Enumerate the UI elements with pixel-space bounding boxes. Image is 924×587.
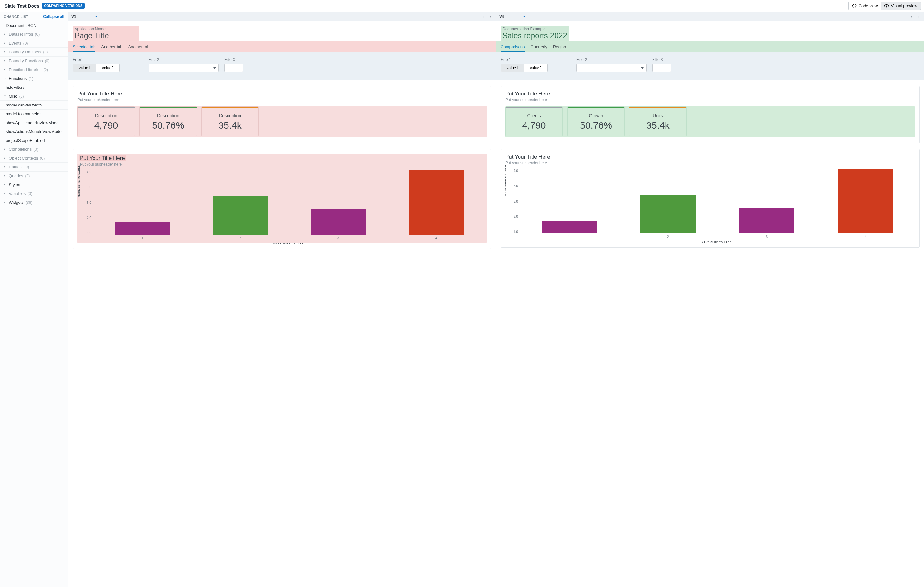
sidebar-item-queries[interactable]: Queries(0)	[0, 171, 68, 180]
caret-down-icon	[523, 16, 526, 17]
sidebar-item-function-libraries[interactable]: Function Libraries(0)	[0, 65, 68, 74]
filter1-opt-value2[interactable]: value2	[96, 64, 119, 72]
metric-accent-bar	[201, 107, 259, 108]
filter3-input[interactable]	[652, 64, 671, 72]
chevron-right-icon	[4, 165, 8, 169]
left-version-select[interactable]: V1	[71, 15, 97, 19]
chevron-down-icon	[4, 77, 8, 80]
metrics-subheader: Put your subheader here	[78, 97, 487, 102]
visual-preview-label: Visual preview	[891, 3, 917, 8]
y-tick: 9.0	[511, 169, 518, 173]
collapse-all-button[interactable]: Collapse all	[43, 15, 64, 19]
sidebar-item-styles[interactable]: Styles	[0, 180, 68, 189]
metric-value: 4,790	[80, 120, 132, 131]
sidebar-item-count: (1)	[28, 76, 33, 81]
chart-subheader: Put your subheader here	[505, 161, 915, 165]
metric-value: 35.4k	[632, 120, 684, 131]
sidebar-item-model-canvas-width[interactable]: model.canvas.width	[0, 101, 68, 110]
sidebar-item-completions[interactable]: Completions(0)	[0, 145, 68, 154]
nav-next-icon[interactable]: →	[915, 14, 921, 19]
y-tick: 5.0	[511, 200, 518, 203]
tab-comparisons[interactable]: Comparisons	[500, 45, 525, 52]
sidebar-item-label: Completions	[9, 147, 31, 152]
sidebar-item-hidefilters[interactable]: hideFilters	[0, 83, 68, 92]
tab-another-2[interactable]: Another tab	[128, 45, 150, 52]
sidebar-item-model-toolbar-height[interactable]: model.toolbar.height	[0, 110, 68, 119]
sidebar-item-dataset-infos[interactable]: Dataset Infos(0)	[0, 30, 68, 39]
y-tick: 3.0	[511, 215, 518, 218]
sidebar-item-label: Variables	[9, 191, 26, 196]
sidebar-item-foundry-functions[interactable]: Foundry Functions(0)	[0, 56, 68, 65]
y-tick: 7.0	[84, 185, 91, 189]
tab-another-1[interactable]: Another tab	[101, 45, 122, 52]
sidebar-item-label: Function Libraries	[9, 67, 41, 72]
sidebar-item-document-json[interactable]: Document JSON	[0, 21, 68, 30]
left-bar-chart: MAKE SURE TO LABEL 1.03.05.07.09.0 1234 …	[79, 170, 485, 243]
doc-title: Slate Test Docs	[3, 3, 40, 8]
sidebar-item-count: (0)	[43, 50, 48, 54]
sidebar-item-count: (0)	[43, 68, 48, 72]
chevron-right-icon	[4, 59, 8, 63]
filter1-opt-value2[interactable]: value2	[524, 64, 547, 72]
chevron-right-icon	[4, 32, 8, 37]
metric-accent-bar	[78, 107, 135, 108]
chart-bar	[838, 169, 893, 234]
sidebar-item-count: (0)	[25, 174, 30, 178]
metric-card: Description35.4k	[201, 107, 259, 136]
right-filters: Filter1 value1 value2 Filter2 Filter3	[496, 52, 924, 80]
y-tick: 9.0	[84, 170, 91, 174]
metric-value: 35.4k	[204, 120, 256, 131]
visual-preview-button[interactable]: Visual preview	[881, 2, 921, 10]
sidebar-item-count: (0)	[24, 165, 29, 169]
right-tabs: Comparisons Quarterly Region	[496, 41, 924, 52]
left-filters: Filter1 value1 value2 Filter2 Filter3	[68, 52, 496, 80]
sidebar-item-projectscopeenabled[interactable]: projectScopeEnabled	[0, 136, 68, 145]
change-list-sidebar: CHANGE LIST Collapse all Document JSONDa…	[0, 12, 68, 587]
sidebar-item-foundry-datasets[interactable]: Foundry Datasets(0)	[0, 48, 68, 56]
sidebar-item-widgets[interactable]: Widgets(38)	[0, 198, 68, 207]
sidebar-item-showappheaderinviewmode[interactable]: showAppHeaderInViewMode	[0, 119, 68, 127]
sidebar-item-showactionsmenuinviewmode[interactable]: showActionsMenuInViewMode	[0, 127, 68, 136]
x-tick: 1	[520, 235, 619, 239]
filter2-dropdown[interactable]	[148, 64, 219, 72]
tab-selected[interactable]: Selected tab	[73, 45, 96, 52]
filter1-opt-value1[interactable]: value1	[501, 64, 524, 72]
metric-label: Units	[632, 113, 684, 118]
x-axis-label: MAKE SURE TO LABEL	[93, 242, 485, 245]
chevron-right-icon	[4, 200, 8, 205]
left-tabs: Selected tab Another tab Another tab	[68, 41, 496, 52]
filter3-label: Filter3	[652, 58, 678, 62]
metric-accent-bar	[506, 107, 563, 108]
right-metrics-section: Put Your Title Here Put your subheader h…	[500, 86, 919, 143]
filter1-label: Filter1	[73, 58, 143, 62]
filter2-dropdown[interactable]	[576, 64, 647, 72]
sidebar-item-partials[interactable]: Partials(0)	[0, 163, 68, 171]
right-version-select[interactable]: V4	[499, 15, 526, 19]
nav-prev-icon[interactable]: ←	[481, 14, 487, 19]
nav-next-icon[interactable]: →	[487, 14, 493, 19]
sidebar-item-events[interactable]: Events(0)	[0, 39, 68, 48]
metric-label: Description	[80, 113, 132, 118]
y-tick: 3.0	[84, 216, 91, 219]
tab-region[interactable]: Region	[553, 45, 566, 52]
sidebar-item-object-contexts[interactable]: Object Contexts(0)	[0, 154, 68, 163]
y-tick: 1.0	[84, 231, 91, 235]
chevron-right-icon	[4, 183, 8, 187]
sidebar-item-functions[interactable]: Functions(1)	[0, 74, 68, 83]
filter1-opt-value1[interactable]: value1	[73, 64, 96, 72]
page-title: Page Title	[74, 31, 137, 40]
code-view-button[interactable]: Code view	[848, 2, 881, 10]
x-tick: 2	[619, 235, 718, 239]
sidebar-item-label: hideFilters	[6, 85, 25, 90]
left-chart-section: Put Your Title Here Put your subheader h…	[73, 149, 492, 249]
sidebar-item-misc[interactable]: Misc(5)	[0, 92, 68, 101]
filter3-input[interactable]	[224, 64, 243, 72]
sidebar-item-variables[interactable]: Variables(0)	[0, 189, 68, 198]
nav-prev-icon[interactable]: ←	[909, 14, 915, 19]
code-view-label: Code view	[859, 3, 878, 8]
sidebar-item-count: (0)	[28, 191, 32, 196]
sidebar-item-count: (0)	[45, 59, 50, 63]
sidebar-item-label: showActionsMenuInViewMode	[6, 129, 62, 134]
left-version-panel: V1 ← → Application Name Page Title Selec…	[68, 12, 496, 587]
tab-quarterly[interactable]: Quarterly	[531, 45, 547, 52]
